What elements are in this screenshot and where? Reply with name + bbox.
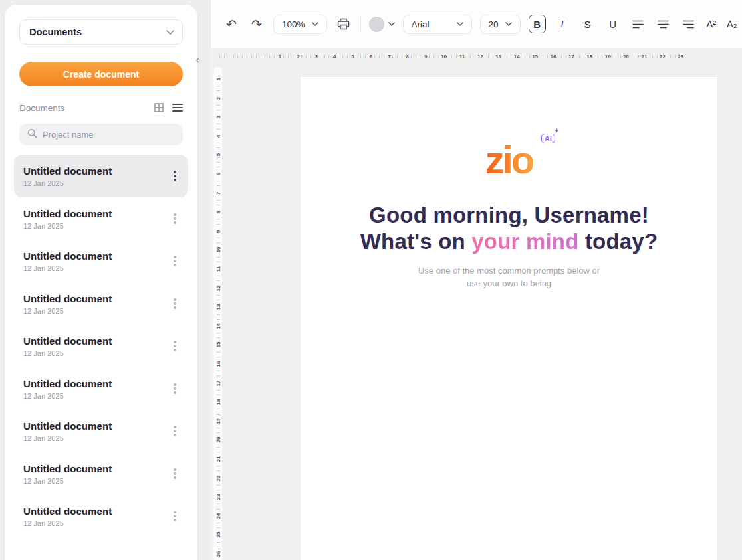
- kebab-menu-icon[interactable]: [168, 508, 182, 524]
- document-page[interactable]: zio AI + Good morning, Username! What's …: [300, 76, 718, 560]
- collapse-sidebar-button[interactable]: ‹: [192, 53, 203, 66]
- search-icon: [27, 128, 37, 141]
- editor-main: ↶ ↷ 100% Arial 20: [211, 0, 742, 560]
- bold-button[interactable]: B: [529, 15, 546, 33]
- underline-button[interactable]: U: [604, 15, 622, 33]
- strikethrough-button[interactable]: S: [579, 15, 596, 33]
- kebab-menu-icon[interactable]: [168, 423, 182, 439]
- zoom-dropdown[interactable]: 100%: [273, 15, 327, 34]
- document-list-item[interactable]: Untitled document12 Jan 2025: [14, 240, 188, 282]
- prompt-subtext: Use one of the most common prompts below…: [301, 264, 717, 290]
- align-center-icon[interactable]: [655, 15, 672, 33]
- chevron-down-icon: [505, 22, 512, 26]
- text-color-dropdown[interactable]: [369, 17, 395, 32]
- font-size-value: 20: [489, 19, 499, 29]
- ai-badge-icon: AI +: [541, 132, 555, 143]
- document-date: 12 Jan 2025: [23, 392, 168, 400]
- document-list-item[interactable]: Untitled document12 Jan 2025: [14, 495, 188, 537]
- kebab-menu-icon[interactable]: [168, 466, 182, 482]
- grid-view-icon[interactable]: [154, 102, 164, 113]
- zio-logo: zio AI +: [485, 141, 533, 179]
- highlighted-phrase: your mind: [471, 229, 578, 254]
- chevron-down-icon: [457, 22, 463, 26]
- kebab-menu-icon[interactable]: [168, 253, 182, 269]
- document-date: 12 Jan 2025: [23, 349, 168, 357]
- document-list-item[interactable]: Untitled document12 Jan 2025: [14, 155, 188, 197]
- redo-button[interactable]: ↷: [248, 15, 265, 33]
- font-size-dropdown[interactable]: 20: [480, 15, 521, 34]
- document-list-item[interactable]: Untitled document12 Jan 2025: [14, 452, 188, 495]
- undo-button[interactable]: ↶: [223, 15, 240, 33]
- document-title: Untitled document: [23, 208, 168, 219]
- documents-selector-label: Documents: [29, 27, 82, 37]
- document-title: Untitled document: [23, 420, 168, 432]
- chevron-down-icon: [312, 22, 318, 26]
- chevron-down-icon: [388, 22, 395, 26]
- documents-selector[interactable]: Documents: [19, 19, 183, 45]
- document-date: 12 Jan 2025: [23, 264, 168, 272]
- document-list-item[interactable]: Untitled document12 Jan 2025: [14, 282, 188, 325]
- document-title: Untitled document: [23, 250, 168, 262]
- document-title: Untitled document: [23, 293, 168, 304]
- align-left-icon[interactable]: [630, 15, 647, 33]
- horizontal-ruler[interactable]: 1234567891011121314151617181920212223: [219, 52, 688, 61]
- document-list-item[interactable]: Untitled document12 Jan 2025: [14, 197, 188, 240]
- documents-section-label: Documents: [19, 103, 154, 113]
- chevron-down-icon: [166, 30, 173, 34]
- align-right-icon[interactable]: [680, 15, 697, 33]
- sidebar: Documents Create document Documents Unti…: [5, 5, 197, 560]
- greeting-line2: What's on your mind today?: [301, 229, 717, 255]
- document-title: Untitled document: [23, 165, 168, 177]
- greeting-line1: Good morning, Username!: [301, 202, 717, 229]
- document-date: 12 Jan 2025: [23, 307, 168, 315]
- document-date: 12 Jan 2025: [23, 434, 168, 442]
- document-date: 12 Jan 2025: [23, 477, 168, 485]
- list-view-icon[interactable]: [172, 103, 183, 112]
- kebab-menu-icon[interactable]: [168, 211, 182, 227]
- document-date: 12 Jan 2025: [23, 222, 168, 230]
- sparkle-icon: +: [555, 127, 558, 134]
- search-box: [19, 124, 183, 145]
- document-list-item[interactable]: Untitled document12 Jan 2025: [14, 410, 188, 452]
- document-title: Untitled document: [23, 335, 168, 347]
- color-swatch: [369, 17, 384, 32]
- font-family-dropdown[interactable]: Arial: [403, 15, 472, 34]
- document-list-item[interactable]: Untitled document12 Jan 2025: [14, 325, 188, 367]
- document-date: 12 Jan 2025: [23, 179, 168, 187]
- font-family-value: Arial: [412, 19, 430, 29]
- document-list-item[interactable]: Untitled document12 Jan 2025: [14, 367, 188, 410]
- document-list: Untitled document12 Jan 2025Untitled doc…: [14, 155, 188, 537]
- toolbar: ↶ ↷ 100% Arial 20: [211, 0, 742, 48]
- kebab-menu-icon[interactable]: [168, 381, 182, 397]
- search-input[interactable]: [43, 130, 175, 140]
- vertical-ruler[interactable]: 1234567891011121314151617181920212223242…: [213, 66, 223, 560]
- document-title: Untitled document: [23, 463, 168, 474]
- kebab-menu-icon[interactable]: [168, 338, 182, 354]
- create-document-button[interactable]: Create document: [19, 62, 183, 86]
- kebab-menu-icon[interactable]: [168, 168, 182, 184]
- greeting-heading: Good morning, Username! What's on your m…: [301, 202, 717, 255]
- italic-button[interactable]: I: [554, 15, 571, 33]
- zio-logo-text: zio: [485, 138, 533, 181]
- document-title: Untitled document: [23, 378, 168, 389]
- document-date: 12 Jan 2025: [23, 519, 168, 527]
- zoom-value: 100%: [282, 19, 305, 29]
- subscript-button[interactable]: A₂: [725, 19, 738, 29]
- kebab-menu-icon[interactable]: [168, 296, 182, 312]
- document-title: Untitled document: [23, 506, 168, 517]
- superscript-button[interactable]: A²: [705, 19, 718, 29]
- print-button[interactable]: [335, 15, 352, 33]
